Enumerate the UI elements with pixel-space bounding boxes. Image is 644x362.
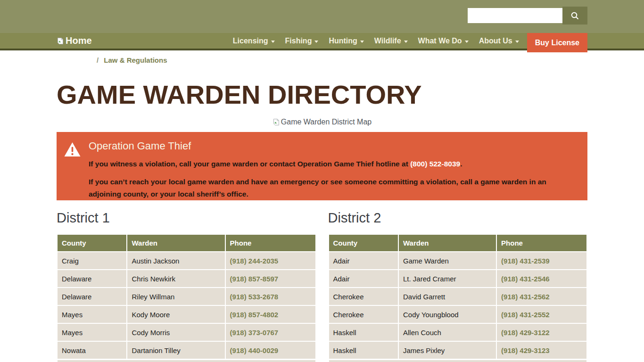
phone-link[interactable]: (918) 373-0767	[230, 329, 279, 337]
warden-cell: Austin Jackson	[127, 252, 224, 269]
county-cell: Delaware	[58, 270, 126, 287]
breadcrumb-separator: /	[97, 56, 99, 64]
phone-cell: (918) 533-2678	[226, 288, 315, 305]
phone-link[interactable]: (918) 431-2552	[501, 311, 550, 319]
phone-link[interactable]: (918) 857-8597	[230, 275, 279, 283]
nav-item-licensing[interactable]: Licensing	[228, 37, 280, 45]
county-cell: Adair	[329, 270, 398, 287]
warden-cell: Chris Newkirk	[127, 270, 224, 287]
breadcrumb: / Law & Regulations	[97, 56, 644, 64]
chevron-down-icon	[515, 41, 519, 43]
column-header-county: County	[58, 235, 126, 251]
warden-cell: Dartanion Tilley	[127, 342, 224, 359]
warden-cell: Lt. Jared Cramer	[399, 270, 496, 287]
table-row: CherokeeDavid Garrett(918) 431-2562	[329, 288, 587, 305]
hotline-phone-number: (800) 522-8039	[410, 160, 460, 168]
phone-link[interactable]: (918) 431-2546	[501, 275, 550, 283]
warden-cell: Allen Couch	[399, 324, 496, 341]
district-tables-section: District 1CountyWardenPhoneCraigAustin J…	[57, 200, 587, 362]
warden-cell: James Pixley	[399, 342, 496, 359]
alert-line1-text: If you witness a violation, call your ga…	[89, 160, 410, 168]
nav-item-label: Licensing	[233, 37, 268, 45]
alert-line-2: If you can’t reach your local game warde…	[89, 176, 565, 200]
district-1-section: District 1CountyWardenPhoneCraigAustin J…	[57, 200, 316, 362]
cropped-next-row	[58, 360, 315, 362]
table-row: HaskellJames Pixley(918) 429-3123	[329, 342, 587, 359]
warning-icon	[64, 142, 81, 191]
chevron-down-icon	[314, 41, 318, 43]
broken-image-icon	[57, 37, 64, 45]
table-row: CherokeeCody Youngblood(918) 431-2552	[329, 306, 587, 323]
nav-item-about-us[interactable]: About Us	[474, 37, 524, 45]
phone-cell: (918) 431-2552	[497, 306, 586, 323]
column-header-county: County	[329, 235, 398, 251]
nav-item-hunting[interactable]: Hunting	[323, 37, 369, 45]
nav-item-what-we-do[interactable]: What We Do	[413, 37, 474, 45]
table-row: MayesKody Moore(918) 857-4802	[58, 306, 315, 323]
phone-link[interactable]: (918) 857-4802	[230, 311, 279, 319]
county-cell: Nowata	[58, 342, 126, 359]
warden-cell: Kody Moore	[127, 306, 224, 323]
phone-link[interactable]: (918) 429-3123	[501, 346, 550, 354]
county-cell: Cherokee	[329, 288, 398, 305]
map-image-alt-text: Game Warden District Map	[281, 118, 372, 126]
main-nav: Home LicensingFishingHuntingWildlifeWhat…	[0, 33, 644, 50]
buy-license-button[interactable]: Buy License	[527, 33, 587, 52]
nav-item-fishing[interactable]: Fishing	[280, 37, 324, 45]
phone-cell: (918) 857-4802	[226, 306, 315, 323]
warden-cell: David Garrett	[399, 288, 496, 305]
chevron-down-icon	[271, 41, 275, 43]
county-cell: Mayes	[58, 324, 126, 341]
table-row: AdairGame Warden(918) 431-2539	[329, 252, 587, 269]
alert-line1-period: .	[460, 160, 462, 168]
phone-link[interactable]: (918) 431-2539	[501, 257, 550, 265]
home-link[interactable]: Home	[57, 35, 92, 46]
chevron-down-icon	[404, 41, 408, 43]
column-header-warden: Warden	[399, 235, 496, 251]
table-row: MayesCody Morris(918) 373-0767	[58, 324, 315, 341]
table-row: DelawareChris Newkirk(918) 857-8597	[58, 270, 315, 287]
phone-cell: (918) 431-2546	[497, 270, 586, 287]
search-form	[468, 7, 587, 25]
district-2-section: District 2CountyWardenPhoneAdairGame War…	[328, 200, 588, 362]
table-header-row: CountyWardenPhone	[58, 235, 315, 251]
column-header-phone: Phone	[226, 235, 315, 251]
phone-link[interactable]: (918) 440-0029	[230, 346, 279, 354]
warden-cell: Cody Morris	[127, 324, 224, 341]
cropped-next-row	[329, 360, 587, 362]
alert-title: Operation Game Thief	[89, 140, 565, 152]
top-header-band	[0, 0, 644, 33]
nav-item-label: What We Do	[418, 37, 462, 45]
search-button[interactable]	[562, 7, 587, 25]
phone-cell: (918) 244-2035	[226, 252, 315, 269]
page-title: GAME WARDEN DIRECTORY	[57, 82, 644, 108]
nav-item-label: Wildlife	[374, 37, 401, 45]
search-input[interactable]	[468, 8, 562, 23]
phone-cell: (918) 440-0029	[226, 342, 315, 359]
table-row: AdairLt. Jared Cramer(918) 431-2546	[329, 270, 587, 287]
nav-menu: LicensingFishingHuntingWildlifeWhat We D…	[228, 37, 524, 45]
county-cell: Adair	[329, 252, 398, 269]
phone-cell: (918) 429-3123	[497, 342, 586, 359]
phone-link[interactable]: (918) 244-2035	[230, 257, 279, 265]
chevron-down-icon	[360, 41, 364, 43]
nav-item-wildlife[interactable]: Wildlife	[369, 37, 413, 45]
phone-link[interactable]: (918) 533-2678	[230, 293, 279, 301]
phone-cell: (918) 429-3122	[497, 324, 586, 341]
table-header-row: CountyWardenPhone	[329, 235, 587, 251]
phone-link[interactable]: (918) 429-3122	[501, 329, 550, 337]
nav-item-label: Hunting	[329, 37, 357, 45]
county-cell: Mayes	[58, 306, 126, 323]
table-row: HaskellAllen Couch(918) 429-3122	[329, 324, 587, 341]
map-broken-image: Game Warden District Map	[0, 118, 644, 126]
warden-table: CountyWardenPhoneAdairGame Warden(918) 4…	[328, 234, 588, 360]
warden-cell: Riley Willman	[127, 288, 224, 305]
phone-link[interactable]: (918) 431-2562	[501, 293, 550, 301]
phone-cell: (918) 857-8597	[226, 270, 315, 287]
alert-body: Operation Game Thief If you witness a vi…	[89, 140, 565, 191]
county-cell: Cherokee	[329, 306, 398, 323]
phone-cell: (918) 373-0767	[226, 324, 315, 341]
nav-item-label: Fishing	[285, 37, 312, 45]
alert-line-1: If you witness a violation, call your ga…	[89, 158, 565, 170]
breadcrumb-link-law-regulations[interactable]: Law & Regulations	[104, 56, 167, 64]
